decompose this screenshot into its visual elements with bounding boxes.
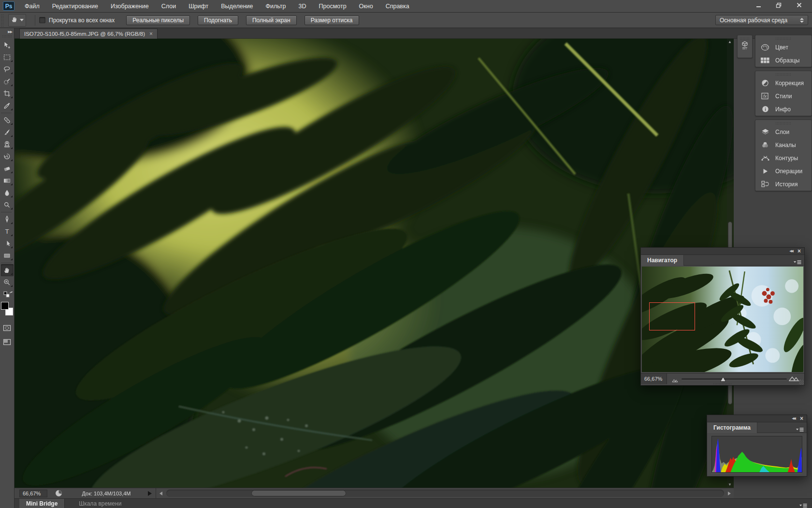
view-button-4[interactable]: Размер оттиска [304,15,359,25]
scroll-all-windows-checkbox[interactable] [39,17,45,23]
scroll-down-icon[interactable]: ▼ [728,482,732,487]
tool-clone-stamp[interactable] [1,138,14,150]
panel-button-слои[interactable]: Слои [755,125,812,138]
histogram-tab[interactable]: Гистограмма [707,422,757,433]
document-tab[interactable]: ISO720-S100-f5,0-85mm.JPG @ 66,7% (RGB/8… [19,29,158,39]
panel-button-история[interactable]: История [755,178,812,191]
zoom-out-mountains-icon[interactable] [672,376,679,385]
dock-grip[interactable] [775,73,792,75]
tool-shape[interactable] [1,250,14,262]
menu-item-фильтр[interactable]: Фильтр [260,0,292,13]
tool-path-selection[interactable] [1,238,14,250]
panel-button-стили[interactable]: fxСтили [755,90,812,103]
horizontal-scrollbar-thumb[interactable] [251,490,346,496]
menu-item-шрифт[interactable]: Шрифт [182,0,215,13]
tool-lasso[interactable] [1,63,14,75]
3d-properties-icon[interactable] [740,41,749,54]
swap-colors-icon[interactable] [1,288,14,300]
zoom-slider-track[interactable] [682,378,787,380]
tool-eyedropper[interactable] [1,100,14,112]
menu-item-3d[interactable]: 3D [292,0,313,13]
workspace-selector[interactable]: Основная рабочая среда [715,15,808,25]
zoom-slider-thumb[interactable] [720,375,726,384]
tool-crop[interactable] [1,88,14,100]
menu-item-справка[interactable]: Справка [379,0,416,13]
navigator-thumbnail[interactable] [642,267,803,372]
tool-spot-healing-brush[interactable] [1,114,14,126]
workspace-caret-icon [800,18,804,23]
panel-button-каналы[interactable]: Каналы [755,138,812,151]
close-icon[interactable]: × [800,416,803,421]
bottom-tab-шкала-времени[interactable]: Шкала времени [72,499,128,508]
navigator-tab[interactable]: Навигатор [641,255,684,266]
menu-item-просмотр[interactable]: Просмотр [313,0,353,13]
tool-type[interactable]: T [1,225,14,238]
tool-pen[interactable] [1,213,14,225]
panel-menu-icon[interactable] [793,258,801,267]
document-close-icon[interactable]: × [149,31,153,37]
menu-item-выделение[interactable]: Выделение [215,0,259,13]
menu-item-слои[interactable]: Слои [155,0,182,13]
restore-icon[interactable] [772,1,785,9]
active-tool-preset[interactable] [8,14,26,27]
screen-mode-icon[interactable] [1,336,14,348]
tool-rectangular-marquee[interactable] [1,51,14,63]
dock-grip[interactable] [775,122,792,124]
scroll-up-icon[interactable]: ▲ [728,40,732,44]
tool-eraser[interactable] [1,163,14,175]
tool-dodge[interactable] [1,199,14,211]
dock-grip[interactable] [775,37,792,40]
horizontal-scrollbar[interactable] [166,490,724,497]
panel-button-инфо[interactable]: iИнфо [755,103,812,116]
panel-resize-grip[interactable] [713,383,732,385]
menu-item-изображение[interactable]: Изображение [104,0,155,13]
navigator-view-rectangle[interactable] [649,302,695,330]
scroll-right-icon[interactable] [728,492,731,495]
panel-button-образцы[interactable]: Образцы [755,54,812,67]
menu-item-окно[interactable]: Окно [353,0,379,13]
quick-mask-icon[interactable] [1,322,14,334]
panel-menu-icon[interactable] [796,425,804,434]
view-button-2[interactable]: Подогнать [198,15,238,25]
tool-zoom[interactable] [1,276,14,288]
toolbar-grip[interactable] [2,35,13,37]
panel-corner-grip[interactable] [799,380,804,385]
status-zoom-input[interactable]: 66,67% [19,490,47,497]
tool-quick-selection[interactable] [1,75,14,88]
tool-gradient[interactable] [1,175,14,187]
foreground-color-swatch[interactable] [1,302,9,310]
tool-move[interactable] [1,39,14,51]
dock-group-1: ЦветОбразцы [755,35,812,67]
histogram-header[interactable]: ◀◀ × [707,415,807,422]
view-button-3[interactable]: Полный экран [246,15,297,25]
panel-button-контуры[interactable]: Контуры [755,151,812,164]
navigator-zoom-input[interactable]: 66,67% [641,374,667,384]
minimize-icon[interactable] [752,1,765,9]
expand-toolbar-icon[interactable]: ▶▶ [8,30,12,34]
status-flyout-arrow-icon[interactable] [148,491,152,496]
view-button-1[interactable]: Реальные пикселы [126,15,190,25]
tool-history-brush[interactable] [1,150,14,163]
dock-grip[interactable] [740,37,750,40]
close-icon[interactable]: × [798,248,801,254]
navigator-header[interactable]: ◀◀ × [641,248,804,255]
tool-blur[interactable] [1,187,14,199]
tool-brush[interactable] [1,126,14,138]
panel-menu-icon[interactable] [799,501,807,508]
tool-hand[interactable] [1,264,14,276]
zoom-in-mountains-icon[interactable] [789,374,799,384]
bottom-tab-mini-bridge[interactable]: Mini Bridge [19,499,65,508]
menu-item-файл[interactable]: Файл [18,0,46,13]
collapse-icon[interactable]: ◀◀ [789,249,793,253]
options-grip[interactable] [1,14,4,27]
document-canvas[interactable] [14,39,734,488]
foreground-background-colors[interactable] [0,301,14,319]
menu-item-редактирование[interactable]: Редактирование [46,0,104,13]
close-icon[interactable] [793,1,805,9]
panel-button-цвет[interactable]: Цвет [755,41,812,54]
navigator-zoom-slider[interactable] [670,374,801,384]
collapse-icon[interactable]: ◀◀ [792,417,795,420]
panel-button-коррекция[interactable]: Коррекция [755,76,812,90]
scroll-left-icon[interactable] [160,492,162,495]
panel-button-операции[interactable]: Операции [755,164,812,178]
